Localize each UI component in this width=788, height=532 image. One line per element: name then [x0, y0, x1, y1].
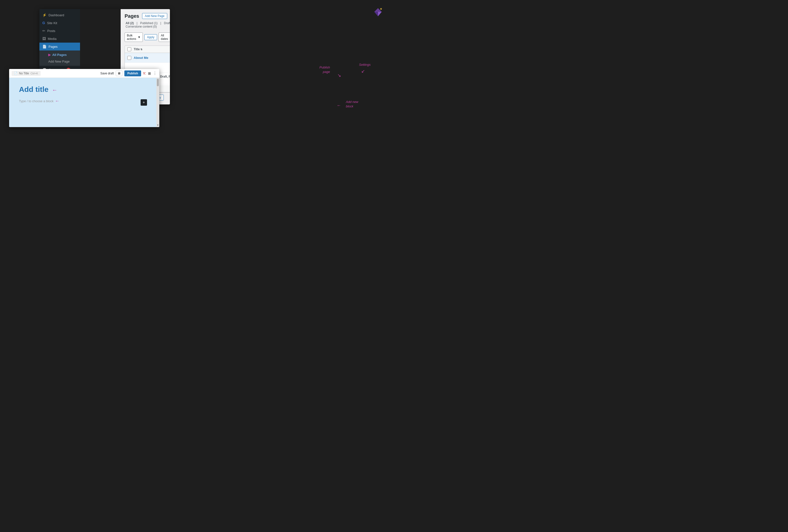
gb-content-area: Add title ← Type / to choose a block ← +…: [9, 78, 159, 127]
sidebar-item-label: Dashboard: [48, 13, 64, 17]
gb-toolbar-right: Save draft 🖥 Publish Y: ⊞ ⋮: [100, 71, 157, 76]
type-hint-arrow: ←: [55, 99, 59, 104]
publish-button[interactable]: Publish: [124, 71, 141, 76]
pages-icon: 📄: [42, 44, 46, 48]
settings-annotation: Settings: [359, 63, 371, 66]
apply-button[interactable]: Apply: [144, 34, 157, 40]
pages-title: Pages: [124, 13, 139, 19]
filter-draft[interactable]: Draft (1): [163, 21, 170, 25]
chevron-down-icon: ▼: [170, 36, 170, 39]
table-header-row: Title ⇅: [125, 46, 170, 53]
save-draft-button[interactable]: Save draft: [100, 72, 114, 75]
select-all-checkbox[interactable]: [127, 47, 131, 51]
shortcut-label: Ctrl+K: [31, 72, 38, 75]
preview-icon-button[interactable]: 🖥: [116, 71, 122, 76]
dashboard-icon: ⚡: [42, 13, 46, 17]
svg-marker-2: [378, 12, 382, 16]
publish-page-annotation: Publishpage: [319, 65, 330, 74]
table-row: About Me: [125, 53, 170, 63]
page-link-about-me[interactable]: About Me: [134, 56, 148, 60]
add-new-page-button[interactable]: Add New Page: [142, 13, 167, 19]
add-block-button[interactable]: +: [141, 99, 147, 106]
yoast-icon-button[interactable]: Y:: [143, 72, 146, 75]
all-dates-dropdown[interactable]: All dates ▼: [159, 33, 170, 42]
sidebar-submenu-pages: ▶ All Pages Add New Page: [39, 51, 80, 66]
all-pages-arrow: ▶: [48, 53, 51, 57]
add-title-field[interactable]: Add title ←: [19, 85, 150, 94]
sidebar-item-label: Site Kit: [47, 21, 57, 25]
svg-text:★: ★: [380, 7, 382, 11]
sidebar-item-add-new-page[interactable]: Add New Page: [39, 58, 80, 65]
gutenberg-editor: 📄 No Title Ctrl+K Save draft 🖥 Publish Y…: [9, 69, 159, 127]
sidebar-item-pages[interactable]: 📄 Pages: [39, 43, 80, 51]
publish-arrow: ↘: [337, 73, 341, 78]
block-type-hint: Type / to choose a block ←: [19, 99, 150, 104]
layout-toggle-button[interactable]: ⊞: [148, 72, 151, 75]
sidebar-item-all-pages[interactable]: ▶ All Pages: [39, 52, 80, 58]
pages-header: Pages Add New Page ←: [124, 13, 170, 19]
top-toolbar: Bulk actions ▼ Apply All dates ▼ All SEO…: [124, 31, 170, 44]
svg-marker-1: [374, 12, 378, 16]
sidebar-item-media[interactable]: 🖼 Media: [39, 35, 80, 43]
filter-all[interactable]: All (2): [124, 21, 135, 25]
sitekit-icon: G: [42, 21, 45, 25]
top-logo: ★: [372, 7, 384, 19]
sidebar-item-label: Posts: [47, 29, 55, 33]
more-options-button[interactable]: ⋮: [153, 71, 157, 76]
filter-published[interactable]: Published (1): [139, 21, 159, 25]
scroll-bar[interactable]: ▼: [156, 78, 159, 127]
sidebar-item-dashboard[interactable]: ⚡ Dashboard: [39, 11, 80, 19]
scroll-down-arrow[interactable]: ▼: [157, 124, 159, 126]
document-icon: 📄: [14, 72, 18, 75]
gb-title-search[interactable]: 📄 No Title Ctrl+K: [12, 71, 41, 76]
gb-toolbar: 📄 No Title Ctrl+K Save draft 🖥 Publish Y…: [9, 69, 159, 78]
chevron-down-icon: ▼: [138, 36, 141, 39]
posts-icon: ✏: [42, 29, 45, 33]
title-column-header: Title ⇅: [134, 47, 142, 51]
settings-arrow: ↙: [361, 68, 365, 74]
add-new-block-annotation: Add newblock: [346, 100, 358, 109]
filter-links: All (2) | Published (1) | Draft (1) | Co…: [124, 21, 170, 28]
add-new-block-arrow: ←: [337, 103, 341, 108]
add-title-arrow: ←: [52, 87, 57, 93]
scroll-thumb: [157, 79, 159, 86]
sidebar-item-label: Pages: [48, 45, 58, 48]
sidebar-item-sitekit[interactable]: G Site Kit: [39, 19, 80, 27]
bulk-actions-dropdown[interactable]: Bulk actions ▼: [124, 33, 143, 42]
sidebar-item-posts[interactable]: ✏ Posts: [39, 27, 80, 35]
filter-cornerstone[interactable]: Cornerstone content (0): [124, 25, 158, 28]
media-icon: 🖼: [42, 37, 46, 41]
gb-toolbar-left: 📄 No Title Ctrl+K: [12, 71, 41, 76]
row-checkbox-about-me[interactable]: [127, 56, 131, 60]
sort-arrows-icon: ⇅: [140, 48, 142, 51]
sidebar-item-label: Media: [48, 37, 56, 41]
